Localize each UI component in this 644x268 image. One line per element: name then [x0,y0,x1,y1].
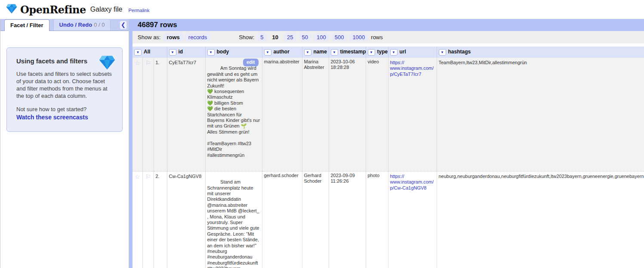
cell-body: Stand am Schrannenplatz heute mit unsere… [205,171,262,268]
help-box-body: Use facets and filters to select subsets… [16,71,113,100]
project-title: Galaxy file [90,6,123,13]
instagram-url-link[interactable]: https:// www.instagram.com/ p/Cw-Ca1gNGV… [390,174,434,190]
cell-id: Cw-Ca1gNGV8 [167,171,205,268]
page-size-unit: rows [371,34,382,41]
cell-hashtags: TeamBayern,ltw23,MitDir,allestimmengrün [437,58,644,171]
facet-sidebar: Facet / Filter Undo / Redo0 / 0 ❮ Using … [0,19,129,268]
id-column-dropdown[interactable]: ▼ [169,49,176,56]
permalink-link[interactable]: Permalink [128,8,149,13]
page-size-10-selected[interactable]: 10 [269,33,281,41]
timestamp-column-dropdown[interactable]: ▼ [331,49,338,56]
toolbar-table-gap [132,44,644,47]
collapse-chevron-icon: ❮ [121,22,126,28]
flag-icon[interactable]: ⚐ [142,58,154,171]
sidebar-tabbar: Facet / Filter Undo / Redo0 / 0 ❮ [0,19,129,31]
show-label: Show: [239,34,254,41]
help-box-title: Using facets and filters [16,57,113,65]
cell-author: marina.abstreiter [262,58,302,171]
column-header-id: ▼id [167,47,205,58]
dropdown-caret-icon: ▼ [306,50,309,54]
cell-name: Marina Abstreiter [302,58,329,171]
dropdown-caret-icon: ▼ [171,50,174,54]
app-brand: OpenRefine [20,3,86,16]
dropdown-caret-icon: ▼ [392,50,395,54]
name-column-dropdown[interactable]: ▼ [304,49,311,56]
dropdown-caret-icon: ▼ [441,50,444,54]
tab-facet-filter[interactable]: Facet / Filter [4,19,49,31]
cell-author: gerhard.schoder [262,171,302,268]
dropdown-caret-icon: ▼ [136,50,140,54]
cell-url: https:// www.instagram.com/ p/CyETaT7Icr… [388,58,437,171]
cell-hashtags: neuburg,neuburganderdonau,neuburgfitfürd… [437,171,644,268]
column-header-body: ▼body [205,47,262,58]
rows-summary-bar: 46897 rows [132,19,644,31]
cell-body: Am Sonntag wird gewählt und es geht um n… [205,58,262,171]
cell-id: CyETaT7Icr7 [167,58,205,171]
row-index: 1. [154,58,167,171]
page-size-50[interactable]: 50 [299,33,311,41]
facets-help-box: Using facets and filters Use facets and … [6,47,123,132]
cell-type: photo [366,171,388,268]
page-size-25[interactable]: 25 [284,33,296,41]
sidebar-main-divider [129,19,132,268]
column-header-name: ▼name [302,47,329,58]
show-as-records-toggle[interactable]: records [185,33,210,41]
flag-icon[interactable]: ⚐ [142,171,154,268]
table-row: ☆ ⚐ 2. Cw-Ca1gNGV8 Stand am Schrannenpla… [132,171,644,268]
screencasts-link[interactable]: Watch these screencasts [16,114,88,121]
undo-redo-count: 0 / 0 [94,22,105,28]
show-as-label: Show as: [138,34,160,41]
dropdown-caret-icon: ▼ [333,50,336,54]
author-column-dropdown[interactable]: ▼ [264,49,271,56]
column-header-timestamp: ▼timestamp [329,47,366,58]
column-header-author: ▼author [262,47,302,58]
table-row: ☆ ⚐ 1. CyETaT7Icr7 Am Sonntag wird gewäh… [132,58,644,171]
view-toolbar: Show as: rows records Show: 5 10 25 50 1… [132,31,644,44]
help-gem-icon [99,56,115,72]
dropdown-caret-icon: ▼ [370,50,373,54]
row-index: 2. [154,171,167,268]
column-header-all: ▼All [132,47,167,58]
page-size-5[interactable]: 5 [257,33,266,41]
column-header-hashtags: ▼hashtags [437,47,644,58]
star-icon[interactable]: ☆ [132,58,142,171]
page-size-500[interactable]: 500 [332,33,347,41]
cell-name: Gerhard Schoder [302,171,329,268]
rows-count: 46897 rows [138,21,177,29]
star-icon[interactable]: ☆ [132,171,142,268]
cell-url: https:// www.instagram.com/ p/Cw-Ca1gNGV… [388,171,437,268]
type-column-dropdown[interactable]: ▼ [368,49,375,56]
hashtags-column-dropdown[interactable]: ▼ [439,49,446,56]
edit-cell-button[interactable]: edit [243,59,259,66]
main-panel: 46897 rows Show as: rows records Show: 5… [132,19,644,268]
cell-type: video [366,58,388,171]
all-column-dropdown[interactable]: ▼ [134,49,142,56]
url-column-dropdown[interactable]: ▼ [390,49,397,56]
sidebar-collapse-button[interactable]: ❮ [120,21,127,29]
help-box-question: Not sure how to get started? [16,106,113,113]
tab-undo-redo[interactable]: Undo / Redo0 / 0 [53,19,111,31]
column-header-type: ▼type [366,47,388,58]
dropdown-caret-icon: ▼ [209,50,213,54]
data-table: ▼All ▼id ▼body ▼author ▼name ▼timestamp [132,47,644,268]
app-header: OpenRefine Galaxy file Permalink [0,0,644,19]
page-size-100[interactable]: 100 [314,33,329,41]
cell-timestamp: 2023-09-09 11:26:26 [329,171,366,268]
column-header-url: ▼url [388,47,437,58]
cell-timestamp: 2023-10-06 18:28:28 [329,58,366,171]
table-header-row: ▼All ▼id ▼body ▼author ▼name ▼timestamp [132,47,644,58]
openrefine-gem-icon [6,4,17,16]
page-size-1000[interactable]: 1000 [349,33,368,41]
show-as-rows-toggle[interactable]: rows [163,33,183,41]
instagram-url-link[interactable]: https:// www.instagram.com/ p/CyETaT7Icr… [390,60,434,77]
body-column-dropdown[interactable]: ▼ [207,49,215,56]
dropdown-caret-icon: ▼ [266,50,269,54]
